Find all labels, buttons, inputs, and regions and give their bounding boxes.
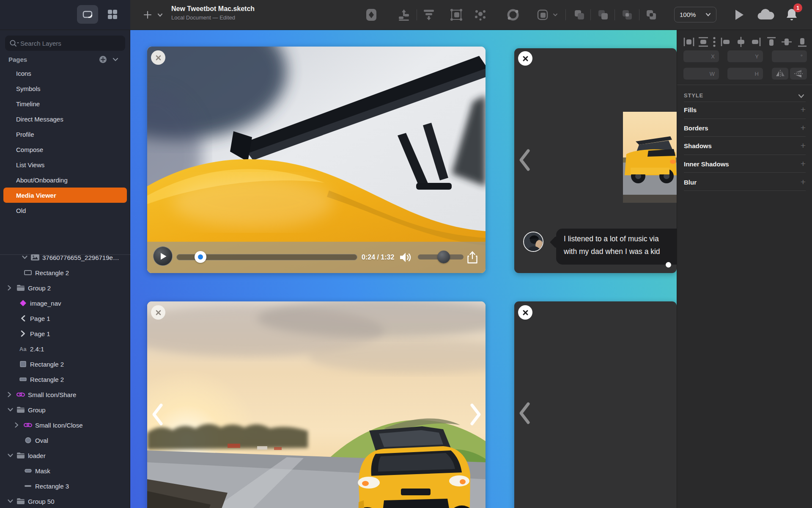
layer-row-group-50[interactable]: Group 50 (0, 494, 130, 508)
add-page-button[interactable] (99, 52, 107, 67)
canvas-view-toggle-button[interactable] (77, 5, 98, 24)
previous-media-chevron[interactable] (518, 149, 530, 171)
insert-shape-button[interactable] (535, 0, 552, 30)
previous-media-chevron[interactable] (151, 403, 163, 426)
layer-row-small-icon-close[interactable]: Small Icon/Close (0, 417, 130, 433)
sidebar-page-item-direct-messages[interactable]: Direct Messages (0, 111, 130, 127)
layer-row-oval[interactable]: Oval (0, 433, 130, 448)
video-seek-thumb[interactable] (195, 251, 206, 263)
style-collapse-chevron[interactable] (798, 92, 804, 100)
artboard-tweet-viewer[interactable]: I listened to a lot of music via with my… (514, 48, 677, 273)
canvas[interactable]: 0:24 / 1:32 (130, 30, 677, 508)
insert-menu-chevron[interactable] (156, 0, 164, 30)
close-media-button[interactable] (151, 50, 165, 65)
boolean-union-button[interactable] (572, 0, 587, 30)
distribute-horizontally-button[interactable] (683, 36, 695, 48)
artboard-video-player[interactable]: 0:24 / 1:32 (147, 47, 486, 273)
boolean-intersect-button[interactable] (620, 0, 635, 30)
align-bottom-button[interactable] (796, 36, 809, 48)
layer-row-page-1[interactable]: Page 1 (0, 326, 130, 341)
height-field[interactable]: H (727, 68, 763, 80)
disclosure-collapsed-icon[interactable] (15, 422, 19, 428)
rotate-copies-button[interactable] (504, 0, 522, 30)
sidebar-page-item-symbols[interactable]: Symbols (0, 81, 130, 96)
more-distribute-options-button[interactable] (708, 36, 721, 48)
flip-horizontal-button[interactable] (772, 68, 788, 80)
add-blur-button[interactable]: + (801, 177, 806, 187)
layer-row-rectangle-2[interactable]: Rectangle 2 (0, 372, 130, 387)
align-left-button[interactable] (719, 36, 732, 48)
boolean-difference-button[interactable] (644, 0, 659, 30)
layer-row-small-icon-share[interactable]: Small Icon/Share (0, 387, 130, 402)
x-position-field[interactable]: X (683, 50, 719, 62)
disclosure-expanded-icon[interactable] (8, 408, 13, 412)
cloud-sync-button[interactable] (755, 0, 776, 30)
disclosure-expanded-icon[interactable] (8, 454, 13, 458)
preview-play-button[interactable] (731, 0, 748, 30)
sidebar-page-item-icons[interactable]: Icons (0, 66, 130, 81)
video-share-button[interactable] (467, 251, 478, 265)
tweet-author-avatar[interactable] (523, 232, 543, 252)
layer-row-image-nav[interactable]: image_nav (0, 295, 130, 311)
tweet-bubble[interactable]: I listened to a lot of music via with my… (556, 229, 677, 265)
add-fills-button[interactable]: + (801, 105, 806, 115)
edit-group-button[interactable] (447, 0, 466, 30)
sidebar-page-item-about-onboarding[interactable]: About/Onboarding (0, 172, 130, 188)
sidebar-page-item-timeline[interactable]: Timeline (0, 96, 130, 111)
rotation-field[interactable]: ° (772, 50, 807, 62)
align-layers-button[interactable] (420, 0, 438, 30)
add-borders-button[interactable]: + (801, 123, 806, 133)
boolean-subtract-button[interactable] (595, 0, 611, 30)
align-top-button[interactable] (765, 36, 778, 48)
align-center-horizontal-button[interactable] (735, 36, 747, 48)
disclosure-expanded-icon[interactable] (22, 256, 27, 260)
zoom-level-dropdown[interactable]: 100% (674, 7, 716, 22)
align-middle-vertical-button[interactable] (780, 36, 793, 48)
close-media-button[interactable] (151, 305, 165, 320)
page-indicator-dot[interactable] (666, 262, 671, 268)
layer-row-loader[interactable]: loader (0, 448, 130, 463)
layer-row-rectangle-3[interactable]: Rectangle 3 (0, 478, 130, 494)
layer-row-group[interactable]: Group (0, 402, 130, 417)
previous-media-chevron[interactable] (518, 402, 530, 425)
disclosure-collapsed-icon[interactable] (8, 392, 11, 398)
close-media-button[interactable] (518, 305, 532, 320)
sidebar-page-item-old[interactable]: Old (0, 203, 130, 218)
next-media-chevron[interactable] (470, 403, 482, 426)
width-field[interactable]: W (683, 68, 719, 80)
y-position-field[interactable]: Y (727, 50, 763, 62)
add-shadows-button[interactable]: + (801, 141, 806, 151)
sidebar-page-item-compose[interactable]: Compose (0, 142, 130, 157)
sidebar-page-item-media-viewer[interactable]: Media Viewer (3, 188, 127, 203)
grid-view-toggle-button[interactable] (105, 5, 120, 24)
collapse-pages-chevron[interactable] (112, 52, 118, 67)
disclosure-collapsed-icon[interactable] (8, 285, 11, 291)
artboard-photo-viewer[interactable] (147, 301, 486, 508)
sidebar-page-item-list-views[interactable]: List Views (0, 157, 130, 172)
tweet-photo-thumbnail[interactable] (623, 112, 677, 203)
search-input[interactable] (19, 39, 114, 47)
style-section-header[interactable]: STYLE (684, 89, 703, 101)
video-play-button[interactable] (153, 246, 173, 266)
sidebar-page-item-profile[interactable]: Profile (0, 127, 130, 142)
create-symbol-button[interactable] (362, 0, 381, 30)
search-field[interactable] (5, 36, 125, 51)
scatter-tool-button[interactable] (471, 0, 490, 30)
layer-row-page-1[interactable]: Page 1 (0, 311, 130, 326)
disclosure-expanded-icon[interactable] (8, 500, 13, 503)
layer-row-group-2[interactable]: Group 2 (0, 280, 130, 295)
layer-row-rectangle-2[interactable]: Rectangle 2 (0, 356, 130, 372)
layer-row-mask[interactable]: Mask (0, 463, 130, 478)
shape-menu-chevron[interactable] (552, 0, 559, 30)
layer-row-37660776655-2296719e-[interactable]: 37660776655_2296719e… (0, 250, 130, 265)
volume-slider-thumb[interactable] (437, 251, 450, 263)
align-right-button[interactable] (749, 36, 762, 48)
distribute-vertical-button[interactable] (395, 0, 413, 30)
flip-vertical-button[interactable] (790, 68, 807, 80)
volume-icon[interactable] (399, 252, 412, 265)
layer-row-rectangle-2[interactable]: Rectangle 2 (0, 265, 130, 280)
close-media-button[interactable] (518, 51, 532, 66)
artboard-empty-viewer[interactable] (514, 301, 677, 508)
add-inner-shadows-button[interactable]: + (801, 159, 806, 169)
insert-button[interactable] (141, 0, 154, 30)
